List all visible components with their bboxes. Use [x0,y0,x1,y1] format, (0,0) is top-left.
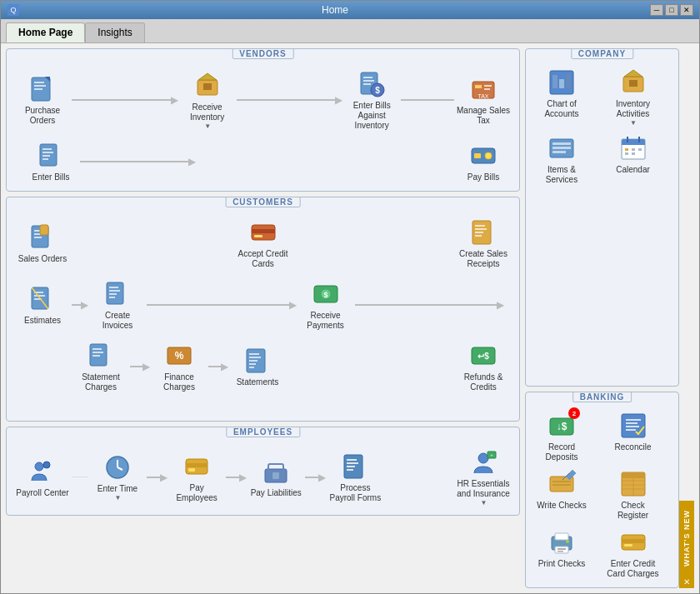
inventory-activities-label: Inventory Activities [606,99,661,119]
hr-essentials-item[interactable]: + HR Essentials and Insurance ▼ [454,446,512,508]
tab-home[interactable]: Home Page [6,22,85,42]
svg-rect-108 [632,152,635,155]
sales-orders-icon [28,222,58,252]
svg-rect-13 [363,83,371,85]
maximize-button[interactable]: □ [665,4,678,16]
payroll-center-item[interactable]: Payroll Center [13,455,72,500]
svg-rect-23 [42,152,53,153]
window-controls: ─ □ ✕ [650,4,693,16]
reconcile-item[interactable]: Reconcile [604,409,662,464]
vendors-label: VENDORS [232,48,293,59]
svg-rect-32 [34,237,42,238]
items-services-label: Items & Services [534,165,589,185]
close-button[interactable]: ✕ [680,4,693,16]
hr-essentials-dropdown[interactable]: ▼ [481,499,488,507]
right-panel: COMPANY [525,48,679,588]
record-deposits-label: Record Deposits [534,442,589,462]
main-content: VENDORS Purchase [1,43,699,593]
accept-credit-cards-item[interactable]: Accept Credit Cards [234,216,292,271]
items-services-item[interactable]: Items & Services [532,132,591,187]
svg-rect-81 [347,459,357,461]
statement-charges-item[interactable]: Statement Charges [72,339,130,394]
svg-rect-5 [34,88,42,90]
svg-rect-57 [92,352,103,353]
check-register-item[interactable]: Check Register [604,467,662,522]
receive-inventory-dropdown[interactable]: ▼ [204,122,211,130]
reconcile-label: Reconcile [615,442,652,452]
app-icon: Q [7,3,20,17]
check-register-label: Check Register [606,501,661,521]
enter-bills-against-inventory-icon: $ [357,69,387,99]
pay-bills-item[interactable]: Pay Bills [454,139,512,184]
enter-time-item[interactable]: Enter Time ▼ [88,451,147,503]
create-sales-receipts-icon [468,217,498,247]
vendors-section: VENDORS Purchase [6,48,520,192]
svg-rect-105 [632,148,635,151]
svg-rect-106 [638,148,642,151]
company-grid: Chart of Accounts [532,66,672,187]
finance-charges-item[interactable]: % Finance Charges [150,339,208,394]
enter-bills-against-inventory-item[interactable]: $ Enter Bills Against Inventory [342,67,401,132]
write-checks-item[interactable]: Write Checks [532,467,591,522]
receive-inventory-label: Receive Inventory [180,102,235,122]
window-title: Home [20,4,650,16]
items-services-icon [547,133,577,163]
process-payroll-forms-item[interactable]: Process Payroll Forms [326,450,384,505]
create-invoices-item[interactable]: Create Invoices [88,277,147,332]
purchase-orders-item[interactable]: Purchase Orders [13,72,72,127]
whats-new-close[interactable]: ✕ [679,576,694,588]
record-deposits-item[interactable]: ↓$ 2 Record Deposits [532,409,591,464]
print-checks-label: Print Checks [538,559,586,569]
svg-rect-36 [254,235,262,237]
purchase-orders-label: Purchase Orders [15,106,70,126]
svg-rect-41 [475,235,482,237]
receive-payments-item[interactable]: $ Receive Payments [297,277,355,332]
pay-liabilities-item[interactable]: Pay Liabilities [247,455,305,500]
pay-employees-label: Pay Employees [169,483,224,503]
svg-rect-76 [188,468,195,472]
svg-rect-35 [252,229,275,233]
estimates-label: Estimates [24,316,61,326]
inventory-activities-item[interactable]: Inventory Activities ▼ [604,66,662,128]
svg-rect-130 [558,551,563,552]
svg-rect-11 [363,77,372,78]
banking-section: BANKING ↓$ [525,392,679,588]
manage-sales-tax-item[interactable]: TAX Manage Sales Tax [454,72,512,127]
calendar-icon [618,133,648,163]
create-invoices-label: Create Invoices [90,311,145,331]
svg-rect-33 [40,225,48,235]
employees-label: EMPLOYEES [226,427,300,437]
receive-inventory-item[interactable]: Receive Inventory ▼ [178,69,237,132]
receive-payments-icon: $ [311,279,341,309]
svg-rect-44 [34,295,45,297]
svg-rect-129 [558,548,566,550]
svg-rect-90 [559,79,564,88]
statement-charges-icon [86,341,116,371]
statements-label: Statements [237,377,279,387]
enter-bills-item[interactable]: Enter Bills [22,139,80,184]
create-sales-receipts-item[interactable]: Create Sales Receipts [454,216,512,271]
whats-new-tab[interactable]: WHAT'S NEW [679,501,694,576]
accept-credit-cards-icon [248,217,278,247]
svg-rect-56 [92,348,102,350]
sales-orders-item[interactable]: Sales Orders [13,221,72,266]
tab-insights[interactable]: Insights [85,22,144,42]
receive-payments-label: Receive Payments [298,311,353,331]
print-checks-icon [547,527,577,557]
statements-item[interactable]: Statements [228,344,287,389]
svg-rect-97 [552,147,571,149]
refunds-credits-item[interactable]: ↩$ Refunds & Credits [454,339,512,394]
banking-label: BANKING [572,392,632,402]
enter-credit-card-charges-item[interactable]: Enter Credit Card Charges [604,526,662,581]
print-checks-item[interactable]: Print Checks [532,526,591,581]
chart-of-accounts-item[interactable]: Chart of Accounts [532,66,591,128]
inventory-activities-dropdown[interactable]: ▼ [630,119,637,127]
refunds-credits-label: Refunds & Credits [456,372,511,392]
enter-bills-label: Enter Bills [32,172,69,182]
enter-time-dropdown[interactable]: ▼ [115,494,122,502]
estimates-item[interactable]: Estimates [13,282,72,327]
minimize-button[interactable]: ─ [650,4,663,16]
company-section: COMPANY [525,48,679,387]
calendar-item[interactable]: Calendar [604,132,662,187]
pay-employees-item[interactable]: Pay Employees [168,450,226,505]
